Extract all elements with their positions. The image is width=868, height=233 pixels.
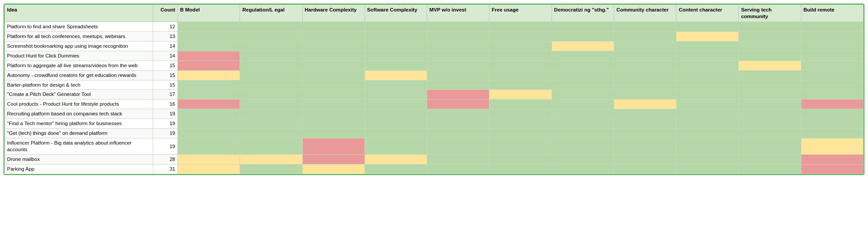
criteria-cell bbox=[552, 99, 614, 109]
criteria-cell bbox=[427, 31, 489, 41]
criteria-cell bbox=[676, 138, 739, 155]
criteria-cell bbox=[240, 119, 302, 129]
count-cell: 12 bbox=[153, 22, 178, 31]
criteria-cell bbox=[614, 22, 676, 31]
table-row: "Create a Pitch Deck" Generator Tool17 bbox=[5, 90, 864, 99]
criteria-cell bbox=[801, 119, 863, 129]
criteria-cell bbox=[302, 70, 364, 80]
count-cell: 14 bbox=[153, 51, 178, 61]
criteria-cell bbox=[801, 61, 863, 70]
criteria-cell bbox=[178, 155, 240, 164]
idea-cell: Drone mailbox bbox=[5, 155, 153, 164]
criteria-cell bbox=[240, 80, 302, 90]
criteria-cell bbox=[614, 109, 676, 119]
criteria-cell bbox=[739, 90, 801, 99]
criteria-cell bbox=[178, 164, 240, 174]
idea-cell: Barter-platform for design & tech bbox=[5, 80, 153, 90]
criteria-cell bbox=[364, 31, 427, 41]
idea-cell: Platform for all tech conferences, meetu… bbox=[5, 31, 153, 41]
table-row: Recruiting platform based on companies t… bbox=[5, 109, 864, 119]
criteria-cell bbox=[240, 61, 302, 70]
criteria-cell bbox=[240, 155, 302, 164]
criteria-cell bbox=[364, 22, 427, 31]
criteria-cell bbox=[552, 138, 614, 155]
criteria-cell bbox=[489, 80, 552, 90]
col-header-software: Software Complexity bbox=[364, 5, 427, 22]
criteria-cell bbox=[364, 155, 427, 164]
criteria-cell bbox=[240, 129, 302, 138]
criteria-cell bbox=[240, 31, 302, 41]
criteria-cell bbox=[427, 109, 489, 119]
criteria-cell bbox=[801, 22, 863, 31]
criteria-cell bbox=[552, 109, 614, 119]
criteria-cell bbox=[801, 90, 863, 99]
criteria-cell bbox=[552, 80, 614, 90]
criteria-cell bbox=[676, 41, 739, 51]
criteria-cell bbox=[302, 41, 364, 51]
criteria-cell bbox=[801, 41, 863, 51]
criteria-cell bbox=[364, 51, 427, 61]
criteria-cell bbox=[364, 164, 427, 174]
criteria-cell bbox=[364, 80, 427, 90]
criteria-cell bbox=[801, 109, 863, 119]
col-header-hardware: Hardware Complexity bbox=[302, 5, 364, 22]
table-row: Parking App31 bbox=[5, 164, 864, 174]
count-cell: 31 bbox=[153, 164, 178, 174]
criteria-cell bbox=[676, 31, 739, 41]
criteria-cell bbox=[552, 31, 614, 41]
count-cell: 19 bbox=[153, 138, 178, 155]
criteria-cell bbox=[801, 70, 863, 80]
criteria-cell bbox=[302, 31, 364, 41]
criteria-cell bbox=[178, 51, 240, 61]
table-row: Barter-platform for design & tech15 bbox=[5, 80, 864, 90]
criteria-cell bbox=[676, 119, 739, 129]
criteria-cell bbox=[552, 51, 614, 61]
criteria-cell bbox=[739, 80, 801, 90]
criteria-cell bbox=[552, 22, 614, 31]
criteria-cell bbox=[739, 129, 801, 138]
criteria-cell bbox=[801, 31, 863, 41]
criteria-cell bbox=[489, 51, 552, 61]
criteria-cell bbox=[801, 80, 863, 90]
count-cell: 19 bbox=[153, 109, 178, 119]
criteria-cell bbox=[302, 90, 364, 99]
table-row: Autonomy - crowdfund creators for get ed… bbox=[5, 70, 864, 80]
table-row: Drone mailbox28 bbox=[5, 155, 864, 164]
criteria-cell bbox=[739, 31, 801, 41]
table-row: Product Hunt for Click Dummies14 bbox=[5, 51, 864, 61]
criteria-cell bbox=[364, 61, 427, 70]
criteria-cell bbox=[427, 155, 489, 164]
criteria-cell bbox=[614, 80, 676, 90]
col-header-content: Content character bbox=[676, 5, 739, 22]
criteria-cell bbox=[676, 80, 739, 90]
criteria-cell bbox=[739, 22, 801, 31]
criteria-cell bbox=[427, 138, 489, 155]
criteria-cell bbox=[489, 41, 552, 51]
criteria-cell bbox=[178, 138, 240, 155]
criteria-cell bbox=[302, 80, 364, 90]
criteria-cell bbox=[676, 90, 739, 99]
criteria-cell bbox=[302, 22, 364, 31]
idea-cell: Autonomy - crowdfund creators for get ed… bbox=[5, 70, 153, 80]
criteria-cell bbox=[614, 61, 676, 70]
criteria-cell bbox=[614, 51, 676, 61]
col-header-democratizing: Democratizi ng "sthg." bbox=[552, 5, 614, 22]
criteria-cell bbox=[178, 31, 240, 41]
criteria-cell bbox=[614, 70, 676, 80]
criteria-cell bbox=[178, 129, 240, 138]
criteria-cell bbox=[427, 129, 489, 138]
criteria-cell bbox=[240, 90, 302, 99]
criteria-cell bbox=[302, 61, 364, 70]
criteria-cell bbox=[427, 41, 489, 51]
criteria-cell bbox=[427, 51, 489, 61]
count-cell: 14 bbox=[153, 41, 178, 51]
criteria-cell bbox=[552, 155, 614, 164]
criteria-cell bbox=[801, 138, 863, 155]
criteria-cell bbox=[178, 109, 240, 119]
criteria-cell bbox=[489, 31, 552, 41]
table-row: Platform for all tech conferences, meetu… bbox=[5, 31, 864, 41]
criteria-cell bbox=[302, 164, 364, 174]
count-cell: 15 bbox=[153, 70, 178, 80]
criteria-cell bbox=[489, 155, 552, 164]
criteria-cell bbox=[676, 129, 739, 138]
